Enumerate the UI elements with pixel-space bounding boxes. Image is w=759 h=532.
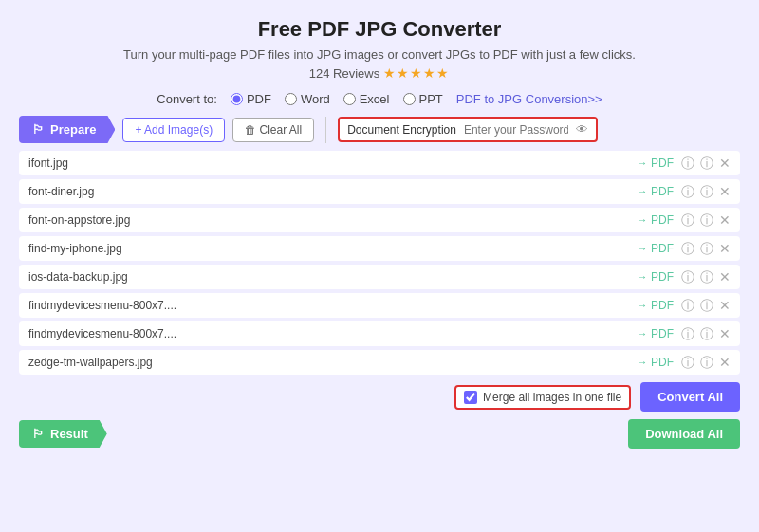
pdf-to-jpg-link[interactable]: PDF to JPG Conversion>>: [456, 92, 602, 106]
check-icon[interactable]: ⓘ: [700, 156, 713, 170]
merge-checkbox[interactable]: [464, 391, 477, 404]
check-icon[interactable]: ⓘ: [700, 185, 713, 198]
toolbar-divider: [325, 117, 326, 143]
reviews-row: 124 Reviews ★★★★★: [19, 65, 740, 81]
table-row: ifont.jpg → PDF ⓘ ⓘ ✕: [19, 151, 740, 175]
download-all-button[interactable]: Download All: [628, 419, 740, 449]
close-icon[interactable]: ✕: [719, 270, 731, 284]
file-name: ifont.jpg: [28, 156, 637, 170]
file-actions: ⓘ ⓘ ✕: [681, 299, 731, 312]
table-row: font-diner.jpg → PDF ⓘ ⓘ ✕: [19, 179, 740, 204]
file-target: → PDF: [637, 242, 674, 255]
password-input[interactable]: [464, 123, 568, 137]
info-icon[interactable]: ⓘ: [681, 242, 694, 255]
file-name: ios-data-backup.jpg: [28, 270, 637, 284]
prepare-badge: 🏳 Prepare: [19, 116, 115, 143]
radio-pdf[interactable]: PDF: [231, 92, 271, 106]
file-actions: ⓘ ⓘ ✕: [681, 156, 731, 170]
close-icon[interactable]: ✕: [719, 242, 731, 255]
file-actions: ⓘ ⓘ ✕: [681, 185, 731, 198]
info-icon[interactable]: ⓘ: [681, 270, 694, 284]
file-actions: ⓘ ⓘ ✕: [681, 242, 731, 255]
doc-encrypt-label: Document Encryption: [347, 123, 456, 137]
close-icon[interactable]: ✕: [719, 185, 731, 198]
file-name: findmydevicesmenu-800x7....: [28, 299, 637, 312]
prepare-label: Prepare: [50, 122, 96, 137]
info-icon[interactable]: ⓘ: [681, 356, 694, 369]
info-icon[interactable]: ⓘ: [681, 156, 694, 170]
file-target: → PDF: [637, 185, 674, 198]
star-icons: ★★★★★: [383, 65, 450, 81]
file-target: → PDF: [637, 299, 674, 312]
table-row: findmydevicesmenu-800x7.... → PDF ⓘ ⓘ ✕: [19, 293, 740, 318]
file-target: → PDF: [637, 327, 674, 340]
check-icon[interactable]: ⓘ: [700, 356, 713, 369]
bottom-row: Merge all images in one file Convert All: [19, 382, 740, 412]
info-icon[interactable]: ⓘ: [681, 185, 694, 198]
check-icon[interactable]: ⓘ: [700, 327, 713, 340]
file-actions: ⓘ ⓘ ✕: [681, 213, 731, 227]
add-images-button[interactable]: + Add Image(s): [122, 118, 225, 142]
info-icon[interactable]: ⓘ: [681, 299, 694, 312]
table-row: font-on-appstore.jpg → PDF ⓘ ⓘ ✕: [19, 208, 740, 232]
radio-word[interactable]: Word: [285, 92, 330, 106]
file-actions: ⓘ ⓘ ✕: [681, 327, 731, 340]
table-row: find-my-iphone.jpg → PDF ⓘ ⓘ ✕: [19, 236, 740, 261]
clear-all-button[interactable]: 🗑 Clear All: [232, 118, 314, 142]
subtitle: Turn your multi-page PDF files into JPG …: [19, 47, 740, 62]
convert-all-button[interactable]: Convert All: [640, 382, 740, 412]
merge-checkbox-area: Merge all images in one file: [454, 385, 631, 410]
file-list: ifont.jpg → PDF ⓘ ⓘ ✕ font-diner.jpg → P…: [19, 151, 740, 375]
check-icon[interactable]: ⓘ: [700, 299, 713, 312]
table-row: ios-data-backup.jpg → PDF ⓘ ⓘ ✕: [19, 265, 740, 289]
close-icon[interactable]: ✕: [719, 213, 731, 227]
toolbar-row: 🏳 Prepare + Add Image(s) 🗑 Clear All Doc…: [19, 116, 740, 143]
check-icon[interactable]: ⓘ: [700, 242, 713, 255]
result-row: 🏳 Result Download All: [19, 419, 740, 449]
page-title: Free PDF JPG Converter: [19, 17, 740, 42]
file-name: font-diner.jpg: [28, 185, 637, 198]
close-icon[interactable]: ✕: [719, 327, 731, 340]
table-row: zedge-tm-wallpapers.jpg → PDF ⓘ ⓘ ✕: [19, 350, 740, 375]
radio-ppt[interactable]: PPT: [403, 92, 443, 106]
file-target: → PDF: [637, 270, 674, 284]
merge-label: Merge all images in one file: [483, 391, 621, 404]
info-icon[interactable]: ⓘ: [681, 213, 694, 227]
info-icon[interactable]: ⓘ: [681, 327, 694, 340]
close-icon[interactable]: ✕: [719, 156, 731, 170]
result-label: Result: [50, 427, 88, 441]
convert-to-label: Convert to:: [157, 92, 217, 106]
result-badge: 🏳 Result: [19, 420, 107, 448]
reviews-count: 124 Reviews: [309, 66, 380, 81]
eye-icon[interactable]: 👁: [576, 122, 588, 137]
file-name: font-on-appstore.jpg: [28, 213, 637, 227]
file-target: → PDF: [637, 356, 674, 369]
result-flag-icon: 🏳: [32, 427, 45, 441]
file-actions: ⓘ ⓘ ✕: [681, 270, 731, 284]
file-target: → PDF: [637, 156, 674, 170]
convert-to-row: Convert to: PDF Word Excel PPT PDF to JP…: [19, 92, 740, 106]
file-target: → PDF: [637, 213, 674, 227]
file-name: find-my-iphone.jpg: [28, 242, 637, 255]
document-encryption-box: Document Encryption 👁: [338, 117, 598, 142]
header: Free PDF JPG Converter Turn your multi-p…: [19, 17, 740, 81]
close-icon[interactable]: ✕: [719, 299, 731, 312]
close-icon[interactable]: ✕: [719, 356, 731, 369]
flag-icon: 🏳: [32, 122, 45, 137]
file-name: findmydevicesmenu-800x7....: [28, 327, 637, 340]
table-row: findmydevicesmenu-800x7.... → PDF ⓘ ⓘ ✕: [19, 321, 740, 346]
file-name: zedge-tm-wallpapers.jpg: [28, 356, 637, 369]
check-icon[interactable]: ⓘ: [700, 213, 713, 227]
check-icon[interactable]: ⓘ: [700, 270, 713, 284]
radio-excel[interactable]: Excel: [343, 92, 390, 106]
file-actions: ⓘ ⓘ ✕: [681, 356, 731, 369]
